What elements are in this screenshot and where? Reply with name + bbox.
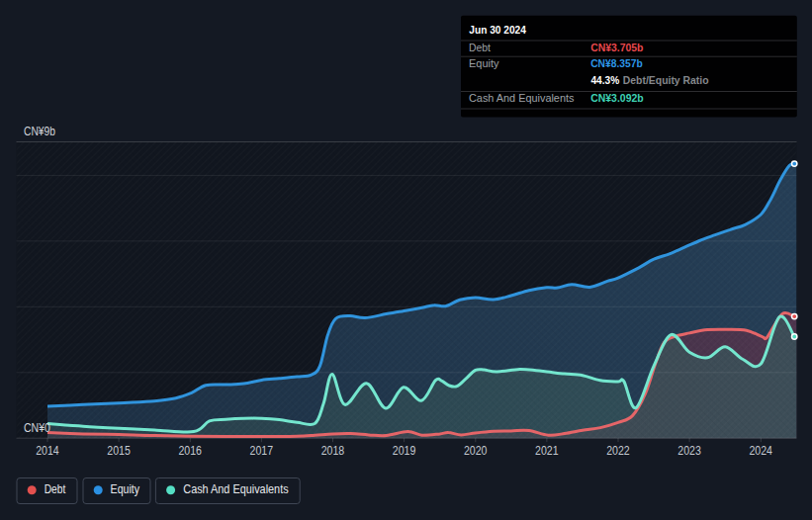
svg-text:CN¥8.357b: CN¥8.357b (590, 57, 643, 69)
svg-text:Jun 30 2024: Jun 30 2024 (469, 24, 526, 36)
svg-text:Cash And Equivalents: Cash And Equivalents (469, 92, 575, 104)
svg-text:Debt: Debt (469, 42, 491, 53)
svg-text:CN¥0: CN¥0 (24, 421, 50, 435)
svg-text:Cash And Equivalents: Cash And Equivalents (183, 482, 288, 496)
svg-text:2016: 2016 (179, 443, 203, 458)
svg-text:2018: 2018 (321, 443, 345, 458)
svg-text:2021: 2021 (535, 443, 559, 458)
svg-text:Equity: Equity (111, 482, 140, 496)
svg-text:2020: 2020 (464, 443, 488, 458)
svg-text:CN¥3.705b: CN¥3.705b (590, 42, 644, 53)
svg-text:2023: 2023 (677, 443, 701, 458)
svg-text:2014: 2014 (36, 443, 59, 458)
svg-text:Equity: Equity (469, 57, 499, 69)
svg-text:CN¥9b: CN¥9b (24, 125, 55, 138)
svg-text:2019: 2019 (393, 443, 416, 458)
svg-text:2024: 2024 (750, 443, 773, 458)
svg-text:2017: 2017 (250, 443, 274, 458)
svg-text:Debt/Equity Ratio: Debt/Equity Ratio (623, 74, 709, 86)
svg-text:44.3%: 44.3% (590, 74, 619, 86)
svg-text:2015: 2015 (107, 443, 131, 458)
svg-text:Debt: Debt (45, 482, 66, 496)
svg-text:2022: 2022 (606, 443, 630, 458)
svg-text:CN¥3.092b: CN¥3.092b (590, 92, 644, 104)
